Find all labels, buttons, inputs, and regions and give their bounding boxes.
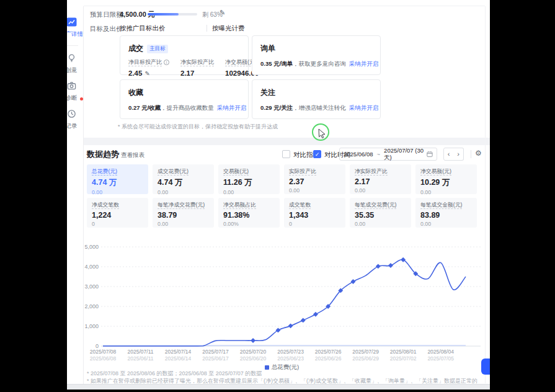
- svg-text:2025/06/08: 2025/06/08: [90, 355, 117, 362]
- pencil-icon[interactable]: ✎: [144, 70, 149, 77]
- metric-tiles-grid: 总花费(元)4.74 万0.00成交花费(元)4.74 万0.00交易额(元)1…: [87, 164, 481, 231]
- view-report-link[interactable]: 查看报表: [121, 151, 144, 159]
- section-gap: [84, 138, 490, 145]
- detail-icon: [66, 17, 77, 27]
- svg-text:2025/08/04: 2025/08/04: [427, 349, 454, 355]
- tile-label: 每笔净成交花费(元): [158, 202, 205, 209]
- tile-value: 91.38%: [223, 211, 275, 220]
- svg-text:2025/06/23: 2025/06/23: [277, 355, 304, 362]
- metric-tile[interactable]: 总花费(元)4.74 万0.00: [87, 164, 148, 194]
- metric-value: 2.17: [180, 69, 194, 77]
- tile-compare-value: 0.00: [355, 187, 406, 194]
- metric-tile[interactable]: 每笔净成交花费(元)38.790.00: [153, 198, 214, 228]
- adopt-enable-link[interactable]: 采纳并开启: [349, 104, 379, 111]
- tile-compare-value: 0.00: [92, 189, 143, 194]
- suggestion-desc: ，增强店铺关注转化: [293, 104, 346, 111]
- tile-compare-value: 0.00%: [223, 221, 275, 227]
- tile-value: 10.29 万: [420, 177, 472, 188]
- favorite-goal-card: 收藏 0.27 元/收藏，提升商品收藏数量采纳并开启: [120, 79, 249, 119]
- svg-text:2025/07/23: 2025/07/23: [277, 349, 304, 355]
- svg-text:2025/07/20: 2025/07/20: [240, 349, 267, 355]
- mouse-cursor-icon: [318, 128, 327, 138]
- tile-value: 38.79: [158, 211, 209, 220]
- metric-tile[interactable]: 每笔成交花费(元)35.350.00: [350, 198, 411, 228]
- legend-label: 总花费(元): [272, 363, 299, 370]
- letterbox-right: [490, 0, 555, 392]
- tile-compare-value: 0.00: [355, 221, 406, 227]
- pencil-icon[interactable]: ✎: [220, 9, 225, 17]
- legend-swatch: [265, 365, 269, 370]
- svg-text:2025/06/17: 2025/06/17: [202, 355, 229, 362]
- tile-compare-value: 0.00: [158, 189, 209, 194]
- tile-compare-value: 0.00: [158, 221, 209, 227]
- compare-time-checkbox[interactable]: ✓: [313, 150, 321, 158]
- metric-tile[interactable]: 成交笔数1,3430: [284, 198, 345, 228]
- tile-label: 净交易额占比: [223, 202, 256, 209]
- tile-compare-value: 0: [92, 221, 143, 227]
- budget-slider[interactable]: [148, 13, 197, 16]
- metric-tile[interactable]: 净交易额(元)10.29 万0.00: [415, 164, 477, 194]
- trend-chart[interactable]: 01,0002,0003,0004,0005,0002025/07/082025…: [82, 241, 482, 362]
- svg-text:2025/08/01: 2025/08/01: [390, 349, 417, 355]
- idea-icon: [67, 53, 76, 63]
- tile-label: 每笔成交花费(元): [355, 202, 396, 209]
- svg-text:2025/06/11: 2025/06/11: [128, 355, 154, 362]
- metric-tile[interactable]: 实际投产比2.370.00: [284, 164, 345, 194]
- tile-label: 净交易额(元): [420, 168, 451, 176]
- tile-label: 成交花费(元): [158, 168, 189, 176]
- next-period-button[interactable]: ›: [453, 148, 464, 161]
- trend-section-title: 数据趋势: [87, 149, 119, 160]
- goal-metric: 净目标投产比i2.45✎: [128, 58, 169, 77]
- adopt-enable-link[interactable]: 采纳并开启: [349, 60, 379, 67]
- suggestion-price: 0.27 元/收藏: [128, 104, 161, 111]
- bid-option-by-goal[interactable]: 按推广目标出价: [120, 24, 166, 33]
- tile-compare-value: 0.00: [289, 187, 340, 194]
- svg-text:2,000: 2,000: [84, 303, 99, 310]
- metric-tile[interactable]: 净交易额占比91.38%0.00%: [218, 198, 280, 228]
- tile-compare-value: 0.00: [420, 189, 472, 194]
- tile-label: 净实际投产比: [355, 168, 388, 176]
- metric-tile[interactable]: 每笔成交金额(元)83.890.00: [415, 198, 477, 228]
- suggestion-price: 0.29 元/关注: [260, 104, 293, 111]
- suggestion-desc: ，提升商品收藏数量: [161, 104, 214, 111]
- info-icon[interactable]: i: [164, 60, 169, 65]
- tile-compare-value: 0: [289, 221, 340, 227]
- compare-metric-checkbox[interactable]: [282, 150, 290, 158]
- metric-label: 净实际投产比: [180, 59, 214, 66]
- tile-compare-value: 0.00: [420, 221, 472, 227]
- date-start: 2025/06/08: [344, 151, 373, 158]
- metric-tile[interactable]: 净实际投产比2.170.00: [350, 164, 411, 194]
- bottom-scroll-track[interactable]: [67, 384, 490, 390]
- bid-option-by-impression[interactable]: 按曝光计费: [212, 24, 245, 33]
- tile-value: 4.74 万: [158, 177, 209, 188]
- svg-text:2025/06/14: 2025/06/14: [165, 355, 192, 362]
- gear-icon[interactable]: ⚙: [475, 149, 482, 158]
- metric-tile[interactable]: 成交花费(元)4.74 万0.00: [153, 164, 214, 194]
- tile-value: 2.17: [355, 177, 406, 186]
- metric-label: 净目标投产比: [128, 59, 162, 66]
- ad-detail-panel: 推广详情创意诊断记录 预算日限额: 4,500.00 元 剩 63% ✎ 目标及…: [59, 0, 491, 392]
- goal-metric: 净实际投产比2.17: [180, 58, 214, 77]
- tile-label: 交易额(元): [223, 168, 249, 176]
- svg-text:2025/07/11: 2025/07/11: [128, 349, 154, 355]
- svg-text:2025/07/05: 2025/07/05: [427, 355, 454, 362]
- card-title: 关注: [260, 88, 275, 97]
- svg-text:2025/06/29: 2025/06/29: [352, 355, 379, 362]
- adopt-enable-link[interactable]: 采纳并开启: [217, 104, 247, 111]
- prev-period-button[interactable]: ‹: [443, 148, 454, 161]
- date-range-picker[interactable]: 2025/06/08 ~ 2025/07/07 (30天): [339, 148, 437, 161]
- date-end: 2025/07/07 (30天): [384, 147, 427, 162]
- svg-text:3,000: 3,000: [84, 283, 99, 290]
- date-separator: ~: [377, 151, 381, 158]
- budget-slider-fill: [148, 13, 179, 16]
- tile-value: 4.74 万: [92, 177, 143, 188]
- metric-tile[interactable]: 净成交笔数1,2240: [87, 198, 148, 228]
- svg-text:2025/06/26: 2025/06/26: [315, 355, 342, 362]
- tile-label: 净成交笔数: [92, 202, 119, 209]
- tile-compare-value: 0.00: [223, 189, 275, 194]
- svg-text:1,000: 1,000: [84, 323, 99, 329]
- tile-value: 2.37: [289, 177, 340, 186]
- divider: [471, 150, 471, 158]
- metric-tile[interactable]: 交易额(元)11.26 万0.00: [218, 164, 280, 194]
- notification-dot: [80, 97, 83, 100]
